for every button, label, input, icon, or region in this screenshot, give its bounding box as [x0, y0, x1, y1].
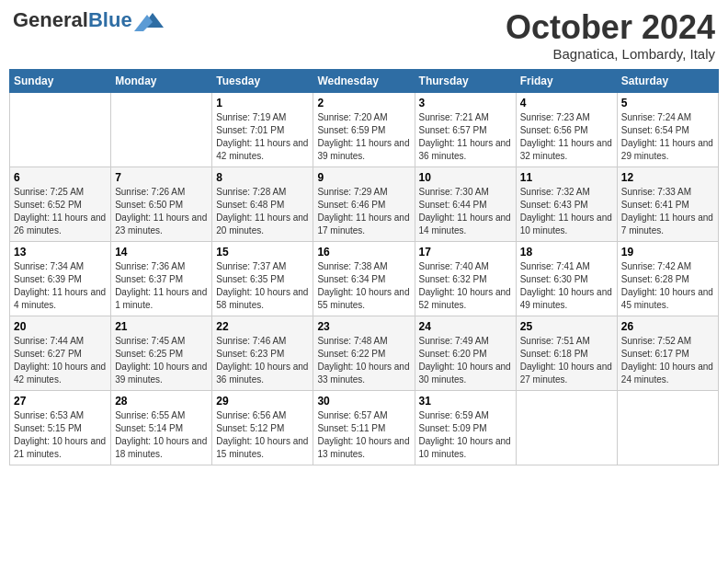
weekday-header-wednesday: Wednesday: [313, 69, 415, 92]
day-number: 16: [317, 246, 410, 259]
day-number: 11: [520, 171, 613, 184]
weekday-header-row: SundayMondayTuesdayWednesdayThursdayFrid…: [10, 69, 719, 92]
week-row-3: 13Sunrise: 7:34 AM Sunset: 6:39 PM Dayli…: [10, 241, 719, 316]
day-cell: 5Sunrise: 7:24 AM Sunset: 6:54 PM Daylig…: [617, 92, 718, 167]
day-number: 24: [419, 320, 512, 333]
day-number: 23: [317, 320, 410, 333]
day-cell: 3Sunrise: 7:21 AM Sunset: 6:57 PM Daylig…: [415, 92, 516, 167]
day-cell: 15Sunrise: 7:37 AM Sunset: 6:35 PM Dayli…: [212, 241, 313, 316]
day-number: 17: [419, 246, 512, 259]
day-number: 5: [621, 97, 714, 109]
page-header: GeneralBlue October 2024 Bagnatica, Lomb…: [9, 9, 719, 62]
day-cell: 28Sunrise: 6:55 AM Sunset: 5:14 PM Dayli…: [111, 390, 212, 465]
calendar-table: SundayMondayTuesdayWednesdayThursdayFrid…: [9, 69, 719, 465]
day-info: Sunrise: 7:40 AM Sunset: 6:32 PM Dayligh…: [419, 260, 512, 312]
day-number: 18: [520, 246, 613, 259]
day-number: 2: [317, 97, 410, 109]
day-cell: 16Sunrise: 7:38 AM Sunset: 6:34 PM Dayli…: [313, 241, 415, 316]
day-number: 8: [216, 171, 309, 184]
day-cell: 17Sunrise: 7:40 AM Sunset: 6:32 PM Dayli…: [415, 241, 516, 316]
day-info: Sunrise: 6:57 AM Sunset: 5:11 PM Dayligh…: [317, 409, 410, 461]
day-info: Sunrise: 7:36 AM Sunset: 6:37 PM Dayligh…: [115, 260, 208, 312]
day-number: 19: [621, 246, 714, 259]
day-cell: 18Sunrise: 7:41 AM Sunset: 6:30 PM Dayli…: [516, 241, 617, 316]
day-number: 6: [14, 171, 107, 184]
day-number: 13: [14, 246, 107, 259]
day-cell: 29Sunrise: 6:56 AM Sunset: 5:12 PM Dayli…: [212, 390, 313, 465]
day-cell: 31Sunrise: 6:59 AM Sunset: 5:09 PM Dayli…: [415, 390, 516, 465]
day-info: Sunrise: 7:38 AM Sunset: 6:34 PM Dayligh…: [317, 260, 410, 312]
day-info: Sunrise: 7:26 AM Sunset: 6:50 PM Dayligh…: [115, 186, 208, 237]
day-number: 4: [520, 97, 613, 109]
day-cell: 30Sunrise: 6:57 AM Sunset: 5:11 PM Dayli…: [313, 390, 415, 465]
week-row-4: 20Sunrise: 7:44 AM Sunset: 6:27 PM Dayli…: [10, 316, 719, 390]
day-number: 31: [419, 395, 512, 408]
day-info: Sunrise: 7:20 AM Sunset: 6:59 PM Dayligh…: [317, 111, 410, 163]
week-row-5: 27Sunrise: 6:53 AM Sunset: 5:15 PM Dayli…: [10, 390, 719, 465]
day-number: 21: [115, 320, 208, 333]
day-info: Sunrise: 7:45 AM Sunset: 6:25 PM Dayligh…: [115, 335, 208, 386]
day-cell: 24Sunrise: 7:49 AM Sunset: 6:20 PM Dayli…: [415, 316, 516, 390]
day-number: 28: [115, 395, 208, 408]
logo-icon: [134, 11, 164, 31]
day-number: 14: [115, 246, 208, 259]
day-cell: 14Sunrise: 7:36 AM Sunset: 6:37 PM Dayli…: [111, 241, 212, 316]
day-info: Sunrise: 7:19 AM Sunset: 7:01 PM Dayligh…: [216, 111, 309, 163]
day-info: Sunrise: 7:37 AM Sunset: 6:35 PM Dayligh…: [216, 260, 309, 312]
month-title: October 2024: [506, 9, 715, 46]
day-cell: 4Sunrise: 7:23 AM Sunset: 6:56 PM Daylig…: [516, 92, 617, 167]
day-info: Sunrise: 6:56 AM Sunset: 5:12 PM Dayligh…: [216, 409, 309, 461]
day-number: 12: [621, 171, 714, 184]
day-info: Sunrise: 6:55 AM Sunset: 5:14 PM Dayligh…: [115, 409, 208, 461]
day-number: 27: [14, 395, 107, 408]
day-cell: 27Sunrise: 6:53 AM Sunset: 5:15 PM Dayli…: [10, 390, 111, 465]
day-info: Sunrise: 6:53 AM Sunset: 5:15 PM Dayligh…: [14, 409, 107, 461]
weekday-header-sunday: Sunday: [10, 69, 111, 92]
day-number: 25: [520, 320, 613, 333]
day-info: Sunrise: 7:21 AM Sunset: 6:57 PM Dayligh…: [419, 111, 512, 163]
day-info: Sunrise: 7:46 AM Sunset: 6:23 PM Dayligh…: [216, 335, 309, 386]
day-cell: 26Sunrise: 7:52 AM Sunset: 6:17 PM Dayli…: [617, 316, 718, 390]
day-cell: 21Sunrise: 7:45 AM Sunset: 6:25 PM Dayli…: [111, 316, 212, 390]
day-number: 26: [621, 320, 714, 333]
day-info: Sunrise: 7:25 AM Sunset: 6:52 PM Dayligh…: [14, 186, 107, 237]
day-number: 3: [419, 97, 512, 109]
day-cell: 11Sunrise: 7:32 AM Sunset: 6:43 PM Dayli…: [516, 167, 617, 241]
day-info: Sunrise: 7:29 AM Sunset: 6:46 PM Dayligh…: [317, 186, 410, 237]
day-info: Sunrise: 7:52 AM Sunset: 6:17 PM Dayligh…: [621, 335, 714, 386]
day-cell: 7Sunrise: 7:26 AM Sunset: 6:50 PM Daylig…: [111, 167, 212, 241]
day-info: Sunrise: 7:51 AM Sunset: 6:18 PM Dayligh…: [520, 335, 613, 386]
day-cell: 8Sunrise: 7:28 AM Sunset: 6:48 PM Daylig…: [212, 167, 313, 241]
weekday-header-monday: Monday: [111, 69, 212, 92]
day-number: 29: [216, 395, 309, 408]
day-cell: 10Sunrise: 7:30 AM Sunset: 6:44 PM Dayli…: [415, 167, 516, 241]
day-cell: 25Sunrise: 7:51 AM Sunset: 6:18 PM Dayli…: [516, 316, 617, 390]
week-row-1: 1Sunrise: 7:19 AM Sunset: 7:01 PM Daylig…: [10, 92, 719, 167]
day-info: Sunrise: 7:30 AM Sunset: 6:44 PM Dayligh…: [419, 186, 512, 237]
day-info: Sunrise: 7:49 AM Sunset: 6:20 PM Dayligh…: [419, 335, 512, 386]
day-cell: 2Sunrise: 7:20 AM Sunset: 6:59 PM Daylig…: [313, 92, 415, 167]
day-cell: 1Sunrise: 7:19 AM Sunset: 7:01 PM Daylig…: [212, 92, 313, 167]
day-cell: [617, 390, 718, 465]
day-cell: 12Sunrise: 7:33 AM Sunset: 6:41 PM Dayli…: [617, 167, 718, 241]
day-cell: [10, 92, 111, 167]
day-info: Sunrise: 7:44 AM Sunset: 6:27 PM Dayligh…: [14, 335, 107, 386]
day-number: 7: [115, 171, 208, 184]
day-info: Sunrise: 7:23 AM Sunset: 6:56 PM Dayligh…: [520, 111, 613, 163]
day-info: Sunrise: 7:34 AM Sunset: 6:39 PM Dayligh…: [14, 260, 107, 312]
day-number: 20: [14, 320, 107, 333]
day-cell: 6Sunrise: 7:25 AM Sunset: 6:52 PM Daylig…: [10, 167, 111, 241]
day-cell: [111, 92, 212, 167]
day-info: Sunrise: 7:28 AM Sunset: 6:48 PM Dayligh…: [216, 186, 309, 237]
day-number: 22: [216, 320, 309, 333]
day-cell: 22Sunrise: 7:46 AM Sunset: 6:23 PM Dayli…: [212, 316, 313, 390]
title-block: October 2024 Bagnatica, Lombardy, Italy: [506, 9, 715, 62]
day-cell: 9Sunrise: 7:29 AM Sunset: 6:46 PM Daylig…: [313, 167, 415, 241]
day-info: Sunrise: 7:48 AM Sunset: 6:22 PM Dayligh…: [317, 335, 410, 386]
weekday-header-thursday: Thursday: [415, 69, 516, 92]
day-cell: [516, 390, 617, 465]
location: Bagnatica, Lombardy, Italy: [506, 46, 715, 62]
day-info: Sunrise: 6:59 AM Sunset: 5:09 PM Dayligh…: [419, 409, 512, 461]
weekday-header-tuesday: Tuesday: [212, 69, 313, 92]
day-cell: 20Sunrise: 7:44 AM Sunset: 6:27 PM Dayli…: [10, 316, 111, 390]
